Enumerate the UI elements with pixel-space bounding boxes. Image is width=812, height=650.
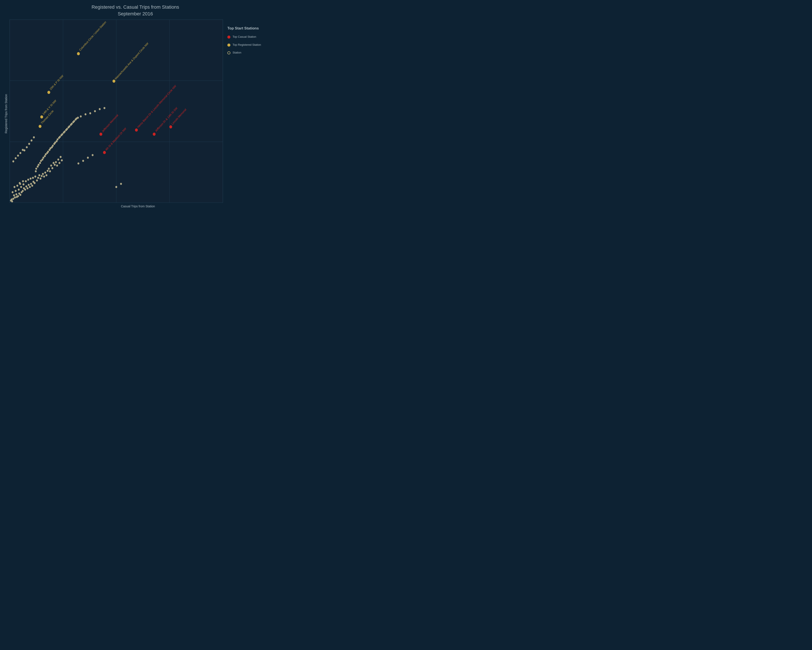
svg-point-13: [15, 193, 17, 196]
legend-label-casual: Top Casual Station: [232, 35, 256, 39]
svg-point-69: [35, 170, 37, 172]
svg-point-126: [12, 160, 14, 162]
svg-point-138: [99, 133, 102, 136]
svg-point-52: [19, 183, 21, 185]
svg-point-38: [32, 177, 34, 179]
svg-point-123: [17, 154, 19, 157]
legend-item-station: Station: [227, 51, 264, 55]
legend: Top Start Stations Top Casual Station To…: [223, 20, 266, 203]
svg-point-44: [41, 175, 43, 177]
svg-point-118: [23, 149, 25, 151]
svg-point-24: [24, 188, 26, 191]
legend-label-registered: Top Registered Station: [232, 43, 261, 47]
svg-point-132: [47, 91, 50, 94]
svg-point-117: [92, 154, 93, 156]
chart-container: Registered vs. Casual Trips from Station…: [0, 0, 271, 217]
svg-point-23: [20, 186, 22, 188]
svg-point-32: [34, 182, 35, 184]
svg-point-14: [17, 195, 19, 197]
svg-point-92: [61, 133, 63, 135]
svg-point-30: [31, 185, 33, 187]
svg-point-9: [12, 197, 14, 200]
svg-point-12: [13, 194, 15, 196]
svg-point-87: [56, 140, 58, 142]
legend-label-station: Station: [232, 51, 241, 55]
svg-point-113: [120, 183, 122, 185]
svg-point-46: [43, 176, 45, 177]
svg-point-25: [25, 185, 27, 187]
svg-point-80: [47, 151, 49, 153]
svg-point-110: [99, 108, 101, 110]
legend-title: Top Start Stations: [227, 26, 264, 31]
svg-text:15th & P St NW: 15th & P St NW: [49, 74, 64, 91]
svg-point-105: [77, 116, 79, 119]
svg-point-61: [53, 162, 55, 164]
svg-point-115: [82, 160, 84, 162]
svg-point-42: [38, 174, 40, 176]
legend-dot-casual: [227, 35, 230, 38]
svg-point-119: [26, 146, 28, 148]
svg-point-43: [40, 177, 41, 180]
svg-point-107: [84, 113, 86, 115]
svg-point-102: [73, 120, 75, 122]
svg-point-21: [22, 190, 24, 192]
svg-point-37: [30, 177, 32, 180]
svg-point-59: [50, 164, 52, 167]
svg-point-100: [71, 122, 73, 125]
svg-point-75: [41, 158, 44, 161]
chart-title: Registered vs. Casual Trips from Station…: [92, 4, 179, 17]
y-axis-label: Registered Trips from Station: [4, 20, 8, 208]
svg-point-111: [104, 107, 105, 109]
svg-point-49: [47, 170, 49, 172]
svg-point-10: [14, 196, 16, 199]
svg-point-39: [34, 176, 37, 177]
svg-point-16: [12, 191, 14, 193]
svg-point-70: [35, 167, 37, 170]
svg-point-146: [169, 125, 172, 128]
svg-point-65: [57, 158, 60, 161]
svg-point-63: [55, 161, 57, 163]
svg-point-140: [103, 151, 106, 154]
svg-point-77: [44, 155, 46, 157]
svg-text:Henry Bacon Dr & Lincoln Memor: Henry Bacon Dr & Lincoln Memorial Circle…: [137, 84, 177, 128]
svg-point-58: [49, 170, 51, 172]
svg-point-128: [77, 52, 80, 55]
svg-point-35: [25, 180, 27, 182]
svg-point-142: [135, 128, 138, 131]
svg-point-26: [27, 187, 29, 190]
svg-point-108: [89, 112, 91, 115]
svg-point-144: [153, 133, 156, 136]
svg-point-73: [39, 162, 41, 164]
svg-point-122: [33, 136, 35, 138]
legend-dot-registered: [227, 44, 230, 47]
svg-point-127: [15, 157, 17, 159]
svg-point-28: [29, 186, 31, 188]
x-axis-label: Casual Trips from Station: [9, 205, 266, 208]
svg-point-71: [37, 165, 39, 168]
svg-text:4th St & Madison Dr NW: 4th St & Madison Dr NW: [105, 127, 127, 151]
svg-point-45: [42, 173, 44, 175]
svg-point-27: [28, 184, 30, 186]
plot-area: Columbus Circle / Union Station Massachu…: [9, 20, 223, 203]
svg-point-51: [17, 185, 18, 187]
svg-point-60: [51, 167, 53, 169]
svg-point-64: [56, 164, 58, 167]
svg-point-90: [59, 136, 61, 138]
svg-point-94: [64, 130, 66, 133]
svg-point-20: [18, 188, 20, 191]
svg-point-18: [20, 194, 21, 196]
svg-point-130: [113, 80, 115, 83]
svg-point-48: [46, 174, 47, 176]
svg-point-57: [48, 167, 50, 170]
svg-text:Columbus Circle / Union Statio: Columbus Circle / Union Station: [79, 20, 107, 51]
svg-text:Massachusetts Ave & Dupont Cir: Massachusetts Ave & Dupont Circle NW: [114, 42, 149, 80]
svg-point-134: [40, 115, 43, 118]
svg-point-50: [14, 186, 15, 188]
legend-dot-station: [227, 51, 230, 54]
svg-point-121: [31, 139, 32, 141]
svg-point-41: [37, 177, 39, 179]
svg-point-17: [15, 190, 17, 192]
svg-point-114: [78, 162, 79, 164]
svg-point-96: [66, 128, 68, 130]
legend-item-casual: Top Casual Station: [227, 35, 264, 39]
